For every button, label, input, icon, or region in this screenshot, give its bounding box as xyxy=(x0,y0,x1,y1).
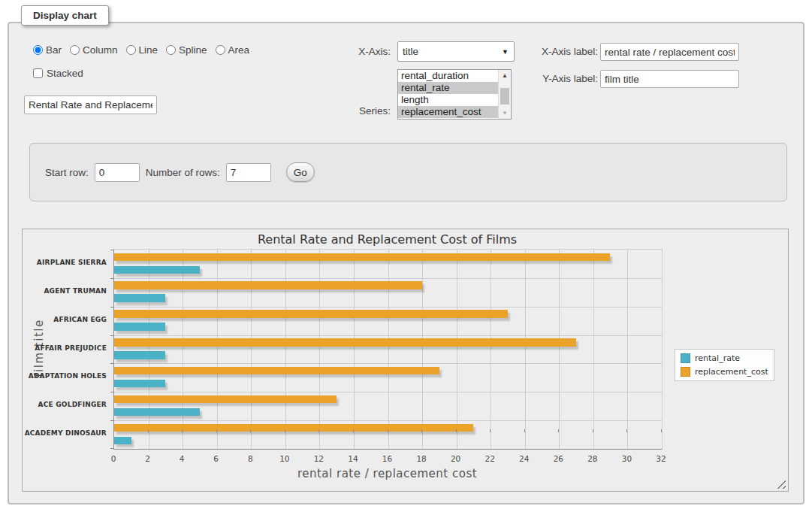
gridline xyxy=(593,250,594,449)
x-tick-label: 12 xyxy=(307,454,330,463)
legend-label: rental_rate xyxy=(695,353,740,363)
chart-type-option-area[interactable]: Area xyxy=(216,44,250,56)
chart-type-radio[interactable] xyxy=(166,45,176,55)
gridline xyxy=(559,250,560,449)
x-tick-label: 16 xyxy=(376,454,399,463)
chart-type-radio[interactable] xyxy=(70,45,80,55)
gridline xyxy=(422,250,423,449)
x-tick-mark xyxy=(558,429,559,432)
start-row-label: Start row: xyxy=(45,167,89,178)
scroll-down-icon[interactable]: ▼ xyxy=(499,108,511,119)
bar-replacement_cost xyxy=(114,395,337,404)
y-tick-mark xyxy=(110,278,114,279)
gridline xyxy=(525,250,526,449)
x-tick-label: 4 xyxy=(171,454,193,463)
x-tick-label: 30 xyxy=(615,454,638,463)
scroll-thumb[interactable] xyxy=(500,88,509,105)
gridline xyxy=(114,278,662,279)
category-label: AFFAIR PREJUDICE xyxy=(23,344,107,352)
bar-replacement_cost xyxy=(114,424,473,432)
gridline xyxy=(251,250,252,449)
gridline xyxy=(217,250,218,449)
category-label: ACE GOLDFINGER xyxy=(23,401,107,408)
stacked-checkbox-row[interactable]: Stacked xyxy=(33,68,83,79)
x-axis-select-label: X-Axis: xyxy=(337,46,391,57)
x-tick-mark xyxy=(216,429,217,432)
x-tick-mark xyxy=(148,429,149,432)
bar-rental_rate xyxy=(114,351,165,359)
y-tick-mark xyxy=(110,250,114,250)
chart-legend: rental_ratereplacement_cost xyxy=(675,349,774,381)
x-tick-mark xyxy=(421,429,422,432)
x-tick-label: 26 xyxy=(547,454,569,463)
bar-rental_rate xyxy=(114,323,165,331)
x-tick-mark xyxy=(661,429,662,432)
gridline xyxy=(114,307,662,308)
resize-grip-icon[interactable] xyxy=(777,480,786,489)
y-axis-label-input[interactable] xyxy=(600,70,739,88)
x-tick-label: 10 xyxy=(273,454,296,463)
x-axis-select[interactable]: title ▼ xyxy=(397,41,515,62)
y-tick-mark xyxy=(110,448,114,449)
x-axis-label-field-label: X-Axis label: xyxy=(535,46,598,57)
num-rows-label: Number of rows: xyxy=(146,167,220,178)
x-tick-label: 28 xyxy=(581,454,604,463)
chart-type-option-line[interactable]: Line xyxy=(126,44,158,56)
y-axis-label-field-label: Y-Axis label: xyxy=(535,73,598,84)
x-tick-mark xyxy=(456,429,457,432)
chart-type-radio[interactable] xyxy=(33,45,43,55)
page: Display chart BarColumnLineSplineArea St… xyxy=(0,0,812,512)
row-range-panel: Start row: Number of rows: Go xyxy=(29,143,787,201)
chart-type-radio[interactable] xyxy=(216,45,225,55)
x-tick-mark xyxy=(318,429,319,432)
x-tick-mark xyxy=(182,429,183,432)
x-axis-label-input[interactable] xyxy=(600,43,739,61)
gridline xyxy=(388,250,389,449)
gridline xyxy=(319,250,320,449)
go-button[interactable]: Go xyxy=(286,162,315,182)
x-tick-label: 20 xyxy=(445,454,467,463)
series-scrollbar[interactable]: ▲ ▼ xyxy=(498,70,511,119)
legend-item: replacement_cost xyxy=(681,367,768,377)
x-tick-label: 22 xyxy=(478,454,501,463)
bar-rental_rate xyxy=(114,380,165,388)
num-rows-input[interactable] xyxy=(226,163,271,182)
bar-replacement_cost xyxy=(114,367,439,375)
legend-label: replacement_cost xyxy=(695,367,768,377)
gridline xyxy=(183,250,183,449)
x-tick-label: 32 xyxy=(650,454,672,463)
series-listbox[interactable]: rental_durationrental_ratelengthreplacem… xyxy=(397,69,512,120)
x-axis-title: rental rate / replacement cost xyxy=(113,467,661,480)
category-label: ACADEMY DINOSAUR xyxy=(23,429,107,437)
start-row-input[interactable] xyxy=(95,163,140,182)
x-tick-mark xyxy=(593,429,593,432)
stacked-checkbox[interactable] xyxy=(33,68,43,78)
gridline xyxy=(457,250,457,449)
legend-item: rental_rate xyxy=(681,353,768,363)
series-option[interactable]: length xyxy=(398,94,498,106)
x-tick-label: 8 xyxy=(239,454,261,463)
gridline xyxy=(491,250,491,449)
gridline xyxy=(114,420,662,421)
y-tick-mark xyxy=(110,392,114,392)
legend-swatch xyxy=(681,353,690,363)
series-option[interactable]: rental_rate xyxy=(398,82,498,94)
series-option[interactable]: rental_duration xyxy=(398,70,498,82)
chart-type-radio[interactable] xyxy=(126,45,136,55)
chart-type-option-column[interactable]: Column xyxy=(70,44,118,56)
scroll-up-icon[interactable]: ▲ xyxy=(499,70,511,81)
chart-title-input[interactable] xyxy=(24,95,157,114)
chart-type-radio-label: Area xyxy=(228,44,250,56)
legend-swatch xyxy=(681,367,690,377)
x-tick-label: 6 xyxy=(205,454,228,463)
panel-title: Display chart xyxy=(21,5,109,26)
x-tick-label: 14 xyxy=(342,454,364,463)
chart-type-option-spline[interactable]: Spline xyxy=(166,44,207,56)
chart-type-option-bar[interactable]: Bar xyxy=(33,44,62,56)
x-tick-mark xyxy=(524,429,525,432)
bar-rental_rate xyxy=(114,294,165,302)
series-option[interactable]: replacement_cost xyxy=(398,106,498,118)
x-tick-mark xyxy=(626,429,627,432)
plot-area xyxy=(113,249,663,450)
series-options: rental_durationrental_ratelengthreplacem… xyxy=(398,70,498,119)
